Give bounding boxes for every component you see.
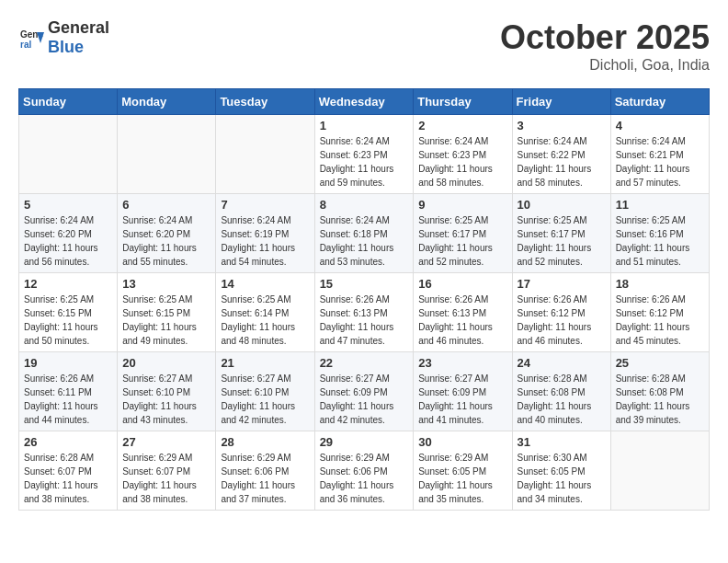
day-number: 12 — [24, 277, 112, 291]
calendar-cell: 21Sunrise: 6:27 AMSunset: 6:10 PMDayligh… — [216, 352, 314, 431]
day-number: 26 — [24, 435, 112, 449]
calendar-cell: 12Sunrise: 6:25 AMSunset: 6:15 PMDayligh… — [19, 273, 118, 352]
day-number: 27 — [122, 435, 210, 449]
calendar-cell: 11Sunrise: 6:25 AMSunset: 6:16 PMDayligh… — [610, 194, 709, 273]
calendar-cell: 25Sunrise: 6:28 AMSunset: 6:08 PMDayligh… — [610, 352, 709, 431]
calendar-cell: 5Sunrise: 6:24 AMSunset: 6:20 PMDaylight… — [19, 194, 118, 273]
calendar-cell: 19Sunrise: 6:26 AMSunset: 6:11 PMDayligh… — [19, 352, 118, 431]
day-info: Sunrise: 6:24 AMSunset: 6:20 PMDaylight:… — [24, 213, 112, 269]
day-number: 1 — [320, 119, 409, 132]
day-number: 24 — [518, 356, 606, 370]
day-number: 2 — [418, 119, 506, 132]
calendar-cell: 14Sunrise: 6:25 AMSunset: 6:14 PMDayligh… — [216, 273, 314, 352]
day-number: 31 — [518, 435, 606, 449]
day-info: Sunrise: 6:29 AMSunset: 6:06 PMDaylight:… — [221, 451, 309, 506]
day-info: Sunrise: 6:24 AMSunset: 6:23 PMDaylight:… — [320, 134, 409, 190]
day-info: Sunrise: 6:24 AMSunset: 6:20 PMDaylight:… — [122, 213, 210, 269]
day-info: Sunrise: 6:26 AMSunset: 6:12 PMDaylight:… — [518, 293, 606, 348]
day-info: Sunrise: 6:24 AMSunset: 6:23 PMDaylight:… — [418, 134, 506, 190]
day-number: 22 — [320, 356, 409, 370]
day-number: 28 — [221, 435, 309, 449]
calendar-cell: 4Sunrise: 6:24 AMSunset: 6:21 PMDaylight… — [610, 115, 709, 194]
day-info: Sunrise: 6:24 AMSunset: 6:19 PMDaylight:… — [221, 213, 309, 269]
day-info: Sunrise: 6:27 AMSunset: 6:10 PMDaylight:… — [122, 372, 210, 427]
weekday-header: Sunday — [19, 89, 118, 115]
day-info: Sunrise: 6:25 AMSunset: 6:17 PMDaylight:… — [518, 213, 606, 269]
day-info: Sunrise: 6:24 AMSunset: 6:18 PMDaylight:… — [320, 213, 409, 269]
day-info: Sunrise: 6:25 AMSunset: 6:16 PMDaylight:… — [616, 213, 704, 269]
calendar-cell: 2Sunrise: 6:24 AMSunset: 6:23 PMDaylight… — [414, 115, 512, 194]
calendar-cell — [216, 115, 314, 194]
day-number: 3 — [518, 119, 606, 132]
day-info: Sunrise: 6:29 AMSunset: 6:05 PMDaylight:… — [418, 451, 506, 506]
calendar-cell: 22Sunrise: 6:27 AMSunset: 6:09 PMDayligh… — [314, 352, 414, 431]
day-info: Sunrise: 6:25 AMSunset: 6:15 PMDaylight:… — [122, 293, 210, 348]
calendar-cell: 27Sunrise: 6:29 AMSunset: 6:07 PMDayligh… — [118, 431, 216, 511]
day-info: Sunrise: 6:25 AMSunset: 6:14 PMDaylight:… — [221, 293, 309, 348]
weekday-header: Saturday — [610, 89, 709, 115]
calendar-cell: 26Sunrise: 6:28 AMSunset: 6:07 PMDayligh… — [19, 431, 118, 511]
day-number: 5 — [24, 198, 112, 212]
page-header: Gene ral General Blue October 2025 Dicho… — [18, 18, 710, 74]
calendar-cell: 28Sunrise: 6:29 AMSunset: 6:06 PMDayligh… — [216, 431, 314, 511]
day-info: Sunrise: 6:30 AMSunset: 6:05 PMDaylight:… — [518, 451, 606, 506]
day-number: 25 — [616, 356, 704, 370]
calendar-cell: 20Sunrise: 6:27 AMSunset: 6:10 PMDayligh… — [118, 352, 216, 431]
calendar-cell: 7Sunrise: 6:24 AMSunset: 6:19 PMDaylight… — [216, 194, 314, 273]
calendar-cell: 17Sunrise: 6:26 AMSunset: 6:12 PMDayligh… — [512, 273, 610, 352]
calendar-cell: 15Sunrise: 6:26 AMSunset: 6:13 PMDayligh… — [314, 273, 414, 352]
day-number: 29 — [320, 435, 409, 449]
day-number: 7 — [221, 198, 309, 212]
calendar-cell: 29Sunrise: 6:29 AMSunset: 6:06 PMDayligh… — [314, 431, 414, 511]
day-number: 18 — [616, 277, 704, 291]
title-block: October 2025 Dicholi, Goa, India — [500, 18, 710, 74]
day-number: 17 — [518, 277, 606, 291]
day-info: Sunrise: 6:28 AMSunset: 6:08 PMDaylight:… — [518, 372, 606, 427]
day-number: 19 — [24, 356, 112, 370]
calendar-cell: 8Sunrise: 6:24 AMSunset: 6:18 PMDaylight… — [314, 194, 414, 273]
logo-icon: Gene ral — [18, 25, 44, 51]
calendar-cell — [118, 115, 216, 194]
logo-blue: Blue — [48, 38, 84, 56]
day-info: Sunrise: 6:29 AMSunset: 6:06 PMDaylight:… — [320, 451, 409, 506]
day-number: 15 — [320, 277, 409, 291]
calendar-table: SundayMondayTuesdayWednesdayThursdayFrid… — [18, 88, 710, 511]
day-number: 16 — [418, 277, 506, 291]
day-info: Sunrise: 6:25 AMSunset: 6:15 PMDaylight:… — [24, 293, 112, 348]
day-number: 11 — [616, 198, 704, 212]
day-info: Sunrise: 6:27 AMSunset: 6:10 PMDaylight:… — [221, 372, 309, 427]
logo: Gene ral General Blue — [18, 18, 109, 57]
day-number: 14 — [221, 277, 309, 291]
calendar-cell: 6Sunrise: 6:24 AMSunset: 6:20 PMDaylight… — [118, 194, 216, 273]
day-info: Sunrise: 6:27 AMSunset: 6:09 PMDaylight:… — [320, 372, 409, 427]
weekday-header: Tuesday — [216, 89, 314, 115]
day-info: Sunrise: 6:28 AMSunset: 6:08 PMDaylight:… — [616, 372, 704, 427]
weekday-header: Friday — [512, 89, 610, 115]
logo-text: General Blue — [48, 18, 109, 57]
logo-general: General — [48, 18, 109, 37]
calendar-cell: 10Sunrise: 6:25 AMSunset: 6:17 PMDayligh… — [512, 194, 610, 273]
day-number: 6 — [122, 198, 210, 212]
day-info: Sunrise: 6:24 AMSunset: 6:21 PMDaylight:… — [616, 134, 704, 190]
day-info: Sunrise: 6:24 AMSunset: 6:22 PMDaylight:… — [518, 134, 606, 190]
day-number: 21 — [221, 356, 309, 370]
day-info: Sunrise: 6:26 AMSunset: 6:13 PMDaylight:… — [320, 293, 409, 348]
calendar-cell: 9Sunrise: 6:25 AMSunset: 6:17 PMDaylight… — [414, 194, 512, 273]
day-number: 13 — [122, 277, 210, 291]
day-info: Sunrise: 6:26 AMSunset: 6:11 PMDaylight:… — [24, 372, 112, 427]
svg-text:ral: ral — [20, 40, 31, 50]
day-number: 30 — [418, 435, 506, 449]
day-info: Sunrise: 6:26 AMSunset: 6:12 PMDaylight:… — [616, 293, 704, 348]
day-info: Sunrise: 6:28 AMSunset: 6:07 PMDaylight:… — [24, 451, 112, 506]
weekday-header: Monday — [118, 89, 216, 115]
calendar-cell: 13Sunrise: 6:25 AMSunset: 6:15 PMDayligh… — [118, 273, 216, 352]
calendar-cell: 3Sunrise: 6:24 AMSunset: 6:22 PMDaylight… — [512, 115, 610, 194]
day-number: 20 — [122, 356, 210, 370]
calendar-cell: 16Sunrise: 6:26 AMSunset: 6:13 PMDayligh… — [414, 273, 512, 352]
day-info: Sunrise: 6:26 AMSunset: 6:13 PMDaylight:… — [418, 293, 506, 348]
day-info: Sunrise: 6:27 AMSunset: 6:09 PMDaylight:… — [418, 372, 506, 427]
calendar-cell: 1Sunrise: 6:24 AMSunset: 6:23 PMDaylight… — [314, 115, 414, 194]
weekday-header: Wednesday — [314, 89, 414, 115]
calendar-cell — [610, 431, 709, 511]
calendar-cell: 18Sunrise: 6:26 AMSunset: 6:12 PMDayligh… — [610, 273, 709, 352]
